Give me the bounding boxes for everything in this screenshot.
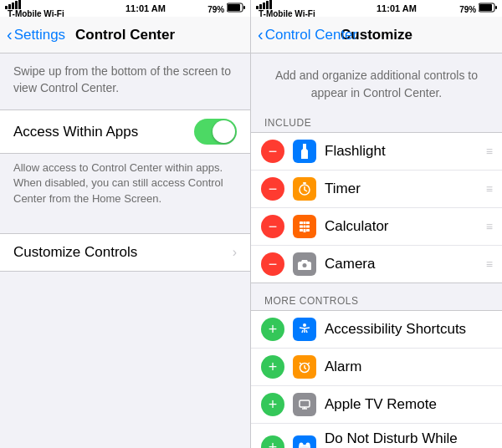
donotdisturb-icon (293, 435, 316, 448)
svg-rect-11 (306, 226, 310, 228)
add-appletv-button[interactable] (261, 393, 284, 416)
drag-handle-timer: ≡ (486, 182, 492, 196)
flashlight-label: Flashlight (325, 143, 478, 160)
accessibility-label: Accessibility Shortcuts (325, 321, 492, 338)
remove-calculator-button[interactable] (261, 215, 284, 238)
battery-area-right: 79% (459, 3, 497, 14)
signal-icon (5, 0, 64, 9)
access-within-apps-row: Access Within Apps (0, 110, 250, 153)
customize-controls-chevron: › (233, 245, 237, 260)
svg-rect-13 (306, 229, 310, 232)
customize-controls-row[interactable]: Customize Controls › (0, 234, 250, 271)
list-item-alarm: Alarm (251, 349, 502, 386)
flashlight-icon (293, 140, 316, 163)
back-button-right[interactable]: ‹ Control Center (258, 27, 357, 43)
include-list: Flashlight ≡ Timer ≡ Calculator ≡ (251, 132, 502, 283)
appletv-label: Apple TV Remote (325, 396, 492, 413)
access-within-apps-label: Access Within Apps (13, 124, 194, 140)
svg-point-17 (303, 263, 307, 267)
right-panel-content: Add and organize additional controls to … (251, 53, 502, 448)
helper-text: Allow access to Control Center within ap… (0, 154, 250, 216)
include-header: INCLUDE (251, 112, 502, 132)
status-bar-left: T-Mobile Wi-Fi 11:01 AM 79% (0, 0, 250, 17)
svg-point-18 (303, 323, 306, 327)
left-panel-content: Swipe up from the bottom of the screen t… (0, 53, 250, 448)
battery-percent-right: 79% (459, 5, 476, 14)
back-chevron-left: ‹ (7, 26, 13, 43)
svg-rect-9 (306, 221, 310, 224)
battery-icon-left (227, 3, 245, 13)
list-item-flashlight: Flashlight ≡ (251, 133, 502, 171)
camera-icon (293, 252, 316, 276)
nav-title-left: Control Center (75, 27, 175, 43)
carrier-signal-left: T-Mobile Wi-Fi (5, 0, 64, 18)
back-chevron-right: ‹ (258, 26, 264, 43)
right-panel: T-Mobile Wi-Fi 11:01 AM 79% ‹ Control Ce… (251, 0, 502, 448)
status-bar-right: T-Mobile Wi-Fi 11:01 AM 79% (251, 0, 502, 17)
back-label-left: Settings (14, 27, 65, 43)
list-item-donotdisturb: Do Not Disturb While Driving (251, 424, 502, 448)
drag-handle-camera: ≡ (486, 257, 492, 271)
battery-percent-left: 79% (207, 5, 224, 14)
access-within-apps-group: Access Within Apps (0, 109, 250, 154)
battery-icon-right (479, 3, 497, 13)
alarm-label: Alarm (325, 359, 492, 375)
camera-label: Camera (325, 256, 478, 272)
calculator-label: Calculator (325, 218, 478, 235)
donotdisturb-label: Do Not Disturb While Driving (325, 430, 492, 448)
svg-rect-2 (243, 6, 245, 9)
svg-rect-5 (495, 6, 497, 9)
svg-rect-20 (300, 400, 310, 407)
time-right: 11:01 AM (376, 3, 417, 13)
back-button-left[interactable]: ‹ Settings (7, 27, 65, 43)
svg-rect-15 (304, 226, 306, 228)
nav-bar-right: ‹ Control Center Customize (251, 17, 502, 53)
customize-description: Add and organize additional controls to … (251, 53, 502, 112)
customize-controls-group: Customize Controls › (0, 233, 250, 272)
left-panel: T-Mobile Wi-Fi 11:01 AM 79% ‹ Settings C… (0, 0, 251, 448)
svg-rect-4 (479, 4, 492, 11)
list-item-appletv: Apple TV Remote (251, 386, 502, 424)
accessibility-icon (293, 318, 316, 341)
timer-icon (293, 177, 316, 201)
svg-point-22 (300, 443, 304, 447)
customize-controls-label: Customize Controls (13, 244, 233, 261)
svg-rect-8 (300, 221, 303, 224)
drag-handle-flashlight: ≡ (486, 145, 492, 158)
calculator-icon (293, 215, 316, 238)
remove-timer-button[interactable] (261, 177, 284, 201)
svg-rect-7 (303, 182, 306, 184)
svg-point-23 (306, 443, 310, 447)
list-item-camera: Camera ≡ (251, 246, 502, 283)
signal-icon-right (256, 0, 315, 9)
svg-rect-16 (304, 229, 306, 232)
alarm-icon (293, 355, 316, 379)
list-item-calculator: Calculator ≡ (251, 208, 502, 246)
access-within-apps-toggle[interactable] (194, 119, 237, 145)
svg-rect-1 (228, 4, 240, 11)
more-controls-list: Accessibility Shortcuts Alarm Apple TV R… (251, 310, 502, 448)
appletv-icon (293, 393, 316, 416)
add-donotdisturb-button[interactable] (261, 435, 284, 448)
svg-rect-12 (300, 229, 303, 232)
add-accessibility-button[interactable] (261, 318, 284, 341)
drag-handle-calculator: ≡ (486, 220, 492, 233)
back-label-right: Control Center (265, 27, 358, 43)
list-item-timer: Timer ≡ (251, 171, 502, 208)
description-text: Swipe up from the bottom of the screen t… (0, 53, 250, 106)
nav-bar-left: ‹ Settings Control Center (0, 17, 250, 53)
more-controls-header: MORE CONTROLS (251, 290, 502, 310)
remove-flashlight-button[interactable] (261, 140, 284, 163)
battery-area-left: 79% (207, 3, 245, 14)
add-alarm-button[interactable] (261, 355, 284, 379)
timer-label: Timer (325, 181, 478, 197)
time-left: 11:01 AM (126, 3, 166, 13)
remove-camera-button[interactable] (261, 252, 284, 276)
list-item-accessibility: Accessibility Shortcuts (251, 311, 502, 349)
svg-rect-14 (304, 221, 306, 224)
carrier-signal-right: T-Mobile Wi-Fi (256, 0, 315, 18)
svg-rect-10 (300, 226, 303, 228)
